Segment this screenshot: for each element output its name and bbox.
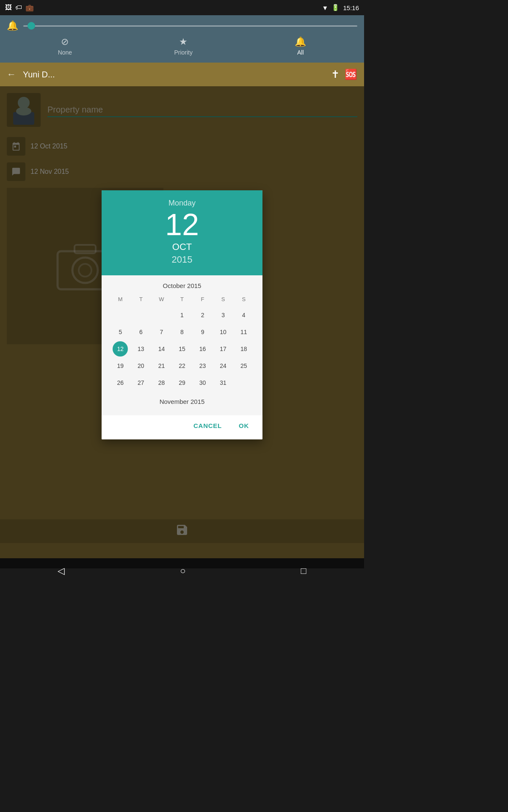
- dialog-overlay: Monday 12 OCT 2015 October 2015 M T W T …: [0, 86, 364, 568]
- notif-option-priority[interactable]: ★ Priority: [174, 36, 193, 56]
- week-w: W: [151, 294, 172, 304]
- oct-day-18[interactable]: 18: [236, 341, 251, 357]
- all-icon: 🔔: [295, 36, 306, 47]
- oct-day-29[interactable]: 29: [174, 375, 190, 390]
- none-icon: ⊘: [61, 36, 69, 47]
- oct-day-10[interactable]: 10: [215, 324, 231, 340]
- oct-day-30[interactable]: 30: [195, 375, 210, 390]
- cal-month: OCT: [112, 241, 252, 252]
- notif-priority-label: Priority: [174, 49, 193, 56]
- notif-option-none[interactable]: ⊘ None: [58, 36, 72, 56]
- oct-day-17[interactable]: 17: [215, 341, 231, 357]
- wifi-icon: ▼: [322, 4, 329, 11]
- oct-day-3[interactable]: 3: [215, 307, 231, 323]
- calendar-dialog: Monday 12 OCT 2015 October 2015 M T W T …: [102, 190, 262, 439]
- oct-day-8[interactable]: 8: [174, 324, 190, 340]
- week-t2: T: [172, 294, 193, 304]
- oct-day-1[interactable]: 1: [174, 307, 190, 323]
- oct-days: 1 2 3 4 5 6 7 8 9 10 11 12 13 14 15: [110, 307, 254, 391]
- back-button[interactable]: ←: [7, 69, 16, 80]
- priority-icon: ★: [179, 36, 188, 47]
- status-bar: 🖼 🏷 💼 ▼ 🔋 15:16: [0, 0, 364, 15]
- status-bar-left: 🖼 🏷 💼: [5, 4, 34, 12]
- nov-month-title: November 2015: [110, 398, 254, 405]
- oct-day-12[interactable]: 12: [113, 341, 128, 357]
- oct-day-23[interactable]: 23: [195, 358, 210, 373]
- cancel-button[interactable]: CANCEL: [187, 419, 229, 433]
- oct-day-31[interactable]: 31: [215, 375, 231, 390]
- calendar-body: October 2015 M T W T F S S 1: [102, 275, 262, 415]
- oct-day-13[interactable]: 13: [133, 341, 149, 357]
- notification-options: ⊘ None ★ Priority 🔔 All: [7, 35, 357, 58]
- notification-bar: 🔔 ⊘ None ★ Priority 🔔 All: [0, 15, 364, 63]
- oct-day-28[interactable]: 28: [154, 375, 169, 390]
- volume-slider-thumb[interactable]: [28, 22, 35, 30]
- notif-option-all[interactable]: 🔔 All: [295, 36, 306, 56]
- week-m: M: [110, 294, 131, 304]
- oct-day-11[interactable]: 11: [236, 324, 251, 340]
- app-bar: ← Yuni D... ✝ 🆘: [0, 63, 364, 86]
- gallery-icon: 🖼: [5, 4, 12, 11]
- cal-date-big: 12: [112, 209, 252, 240]
- oct-day-4[interactable]: 4: [236, 307, 251, 323]
- oct-day-7[interactable]: 7: [154, 324, 169, 340]
- status-bar-right: ▼ 🔋 15:16: [322, 4, 359, 11]
- main-content: 12 Oct 2015 12 Nov 2015: [0, 86, 364, 568]
- oct-day-14[interactable]: 14: [154, 341, 169, 357]
- app-bar-actions: ✝ 🆘: [331, 69, 357, 80]
- week-s2: S: [233, 294, 254, 304]
- clock: 15:16: [343, 4, 359, 11]
- calendar-header: Monday 12 OCT 2015: [102, 190, 262, 275]
- cal-day-name: Monday: [112, 199, 252, 208]
- cross-icon[interactable]: ✝: [331, 69, 340, 80]
- oct-day-21[interactable]: 21: [154, 358, 169, 373]
- notif-all-label: All: [297, 49, 304, 56]
- lifebuoy-icon[interactable]: 🆘: [345, 69, 357, 80]
- oct-day-20[interactable]: 20: [133, 358, 149, 373]
- oct-day-19[interactable]: 19: [113, 358, 128, 373]
- tag-icon: 🏷: [15, 4, 22, 11]
- oct-day-5[interactable]: 5: [113, 324, 128, 340]
- oct-day-2[interactable]: 2: [195, 307, 210, 323]
- briefcase-icon: 💼: [25, 4, 34, 12]
- oct-day-15[interactable]: 15: [174, 341, 190, 357]
- notif-top: 🔔: [7, 20, 357, 31]
- week-f: F: [192, 294, 213, 304]
- oct-day-24[interactable]: 24: [215, 358, 231, 373]
- cal-actions: CANCEL OK: [102, 415, 262, 439]
- oct-day-25[interactable]: 25: [236, 358, 251, 373]
- week-t1: T: [131, 294, 152, 304]
- bell-icon: 🔔: [7, 20, 18, 31]
- week-s1: S: [213, 294, 234, 304]
- app-title: Yuni D...: [23, 70, 324, 80]
- cal-year: 2015: [112, 254, 252, 265]
- oct-day-26[interactable]: 26: [113, 375, 128, 390]
- week-header: M T W T F S S: [110, 294, 254, 304]
- battery-icon: 🔋: [331, 4, 340, 11]
- oct-day-27[interactable]: 27: [133, 375, 149, 390]
- volume-slider-track[interactable]: [23, 25, 357, 27]
- notif-none-label: None: [58, 49, 72, 56]
- oct-day-16[interactable]: 16: [195, 341, 210, 357]
- oct-day-22[interactable]: 22: [174, 358, 190, 373]
- ok-button[interactable]: OK: [232, 419, 256, 433]
- oct-month-title: October 2015: [110, 282, 254, 289]
- oct-day-6[interactable]: 6: [133, 324, 149, 340]
- oct-day-9[interactable]: 9: [195, 324, 210, 340]
